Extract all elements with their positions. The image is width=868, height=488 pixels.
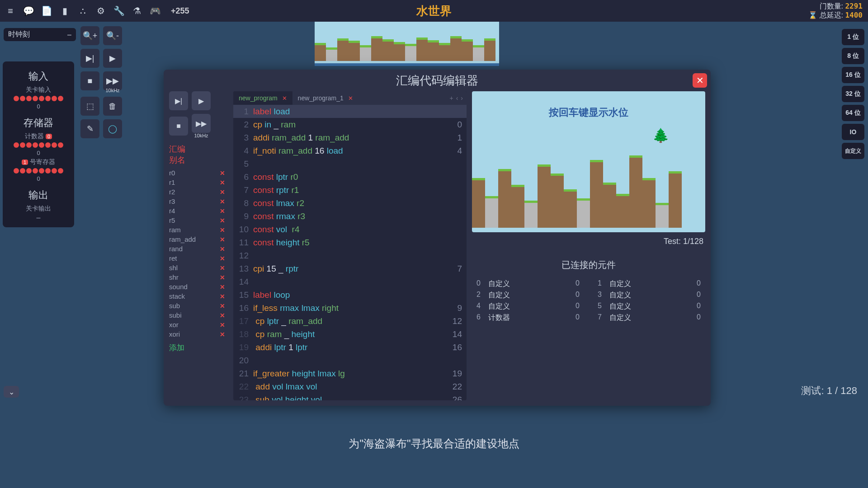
wrench-icon[interactable]: 🔧 bbox=[114, 6, 124, 16]
file-icon[interactable]: 📄 bbox=[42, 6, 52, 16]
bit-16[interactable]: 16 位 bbox=[842, 67, 864, 83]
new-tab-icon[interactable]: + bbox=[449, 94, 453, 102]
play-button[interactable]: ▶ bbox=[103, 49, 122, 68]
alias-ret[interactable]: ret✕ bbox=[169, 254, 228, 262]
chat-icon[interactable]: 💬 bbox=[24, 6, 33, 16]
bit-8[interactable]: 8 位 bbox=[842, 48, 864, 64]
delete-alias-icon[interactable]: ✕ bbox=[220, 293, 225, 300]
modal-play-button[interactable]: ▶ bbox=[192, 91, 211, 110]
zoom-out-button[interactable]: 🔍- bbox=[103, 26, 122, 45]
controller-icon[interactable]: 🎮 bbox=[150, 6, 160, 16]
alias-stack[interactable]: stack✕ bbox=[169, 292, 228, 300]
select-button[interactable]: ⬚ bbox=[80, 97, 99, 116]
code-line[interactable]: 18 cp ram _ height14 bbox=[233, 328, 467, 341]
delete-alias-icon[interactable]: ✕ bbox=[220, 302, 225, 310]
delete-alias-icon[interactable]: ✕ bbox=[220, 188, 225, 196]
alias-sub[interactable]: sub✕ bbox=[169, 302, 228, 310]
modal-step-button[interactable]: ▶| bbox=[169, 91, 188, 110]
code-line[interactable]: 14 bbox=[233, 275, 467, 288]
tab-0[interactable]: new_program✕ bbox=[233, 91, 292, 105]
delete-alias-icon[interactable]: ✕ bbox=[220, 169, 225, 177]
delete-alias-icon[interactable]: ✕ bbox=[220, 274, 225, 281]
delete-alias-icon[interactable]: ✕ bbox=[220, 312, 225, 319]
alias-r0[interactable]: r0✕ bbox=[169, 169, 228, 177]
alias-subi[interactable]: subi✕ bbox=[169, 311, 228, 319]
menu-icon[interactable]: ≡ bbox=[5, 6, 15, 16]
code-lines[interactable]: 1label load2cp in _ ram03addi ram_add 1 … bbox=[233, 105, 467, 400]
expand-chevron[interactable]: ⌄ bbox=[4, 386, 19, 398]
tab-1[interactable]: new_program_1✕ bbox=[292, 91, 359, 105]
stop-button[interactable]: ■ bbox=[80, 71, 99, 90]
alias-xor[interactable]: xor✕ bbox=[169, 321, 228, 328]
code-line[interactable]: 5 bbox=[233, 157, 467, 170]
code-line[interactable]: 8const lmax r2 bbox=[233, 197, 467, 210]
code-line[interactable]: 19 addi lptr 1 lptr16 bbox=[233, 341, 467, 354]
zoom-in-button[interactable]: 🔍+ bbox=[80, 26, 99, 45]
bit-1[interactable]: 1 位 bbox=[842, 29, 864, 45]
bit-32[interactable]: 32 位 bbox=[842, 86, 864, 102]
code-line[interactable]: 15label loop bbox=[233, 288, 467, 301]
modal-ff-button[interactable]: ▶▶ bbox=[192, 114, 211, 133]
alias-sound[interactable]: sound✕ bbox=[169, 283, 228, 291]
code-line[interactable]: 12 bbox=[233, 249, 467, 262]
code-line[interactable]: 11const height r5 bbox=[233, 236, 467, 249]
clock-box[interactable]: 时钟刻 – bbox=[4, 28, 76, 41]
edit-button[interactable]: ✎ bbox=[80, 119, 99, 138]
alias-r4[interactable]: r4✕ bbox=[169, 207, 228, 215]
close-button[interactable]: ✕ bbox=[693, 73, 707, 88]
add-alias-button[interactable]: 添加 bbox=[169, 343, 228, 353]
bit-custom[interactable]: 自定义 bbox=[842, 143, 864, 159]
modal-stop-button[interactable]: ■ bbox=[169, 117, 188, 136]
delete-alias-icon[interactable]: ✕ bbox=[220, 236, 225, 243]
code-line[interactable]: 3addi ram_add 1 ram_add1 bbox=[233, 131, 467, 144]
flask-icon[interactable]: ⚗ bbox=[132, 6, 142, 16]
delete-alias-icon[interactable]: ✕ bbox=[220, 264, 225, 272]
code-line[interactable]: 4if_noti ram_add 16 load4 bbox=[233, 144, 467, 157]
code-line[interactable]: 9const rmax r3 bbox=[233, 210, 467, 223]
bit-io[interactable]: IO bbox=[842, 124, 864, 140]
delete-alias-icon[interactable]: ✕ bbox=[220, 217, 225, 224]
alias-rand[interactable]: rand✕ bbox=[169, 245, 228, 253]
step-button[interactable]: ▶| bbox=[80, 49, 99, 68]
alias-r5[interactable]: r5✕ bbox=[169, 216, 228, 224]
alias-ram[interactable]: ram✕ bbox=[169, 226, 228, 234]
alias-r1[interactable]: r1✕ bbox=[169, 178, 228, 186]
code-line[interactable]: 16if_less rmax lmax right9 bbox=[233, 301, 467, 314]
close-tab-icon[interactable]: ✕ bbox=[282, 95, 287, 102]
delete-alias-icon[interactable]: ✕ bbox=[220, 321, 225, 328]
delete-alias-icon[interactable]: ✕ bbox=[220, 179, 225, 186]
delete-alias-icon[interactable]: ✕ bbox=[220, 331, 225, 338]
delete-alias-icon[interactable]: ✕ bbox=[220, 283, 225, 291]
gear-icon[interactable]: ⚙ bbox=[96, 6, 106, 16]
book-icon[interactable]: ▮ bbox=[60, 6, 70, 16]
alias-r2[interactable]: r2✕ bbox=[169, 188, 228, 196]
clock-collapse-icon[interactable]: – bbox=[67, 31, 71, 39]
delete-alias-icon[interactable]: ✕ bbox=[220, 207, 225, 215]
prev-tab-icon[interactable]: ‹ bbox=[456, 94, 458, 102]
alias-shr[interactable]: shr✕ bbox=[169, 273, 228, 281]
alias-shl[interactable]: shl✕ bbox=[169, 264, 228, 272]
sitemap-icon[interactable]: ⛬ bbox=[78, 6, 88, 16]
bit-64[interactable]: 64 位 bbox=[842, 105, 864, 121]
code-line[interactable]: 22 add vol lmax vol22 bbox=[233, 380, 467, 393]
code-line[interactable]: 1label load bbox=[233, 105, 467, 118]
code-line[interactable]: 23 sub vol height vol26 bbox=[233, 393, 467, 400]
code-line[interactable]: 17 cp lptr _ ram_add12 bbox=[233, 314, 467, 328]
code-line[interactable]: 13cpi 15 _ rptr7 bbox=[233, 262, 467, 275]
refresh-button[interactable]: ◯ bbox=[103, 119, 122, 138]
code-line[interactable]: 6const lptr r0 bbox=[233, 170, 467, 183]
code-line[interactable]: 10const vol r4 bbox=[233, 223, 467, 236]
delete-alias-icon[interactable]: ✕ bbox=[220, 245, 225, 253]
alias-ram_add[interactable]: ram_add✕ bbox=[169, 235, 228, 243]
delete-alias-icon[interactable]: ✕ bbox=[220, 198, 225, 205]
code-line[interactable]: 20 bbox=[233, 354, 467, 367]
next-tab-icon[interactable]: › bbox=[461, 94, 463, 102]
close-tab-icon[interactable]: ✕ bbox=[348, 95, 353, 102]
delete-button[interactable]: 🗑 bbox=[103, 97, 122, 116]
alias-xori[interactable]: xori✕ bbox=[169, 330, 228, 338]
alias-r3[interactable]: r3✕ bbox=[169, 197, 228, 205]
code-line[interactable]: 21if_greater height lmax lg19 bbox=[233, 367, 467, 380]
more-count[interactable]: +255 bbox=[171, 6, 189, 16]
code-line[interactable]: 2cp in _ ram0 bbox=[233, 118, 467, 131]
code-line[interactable]: 7const rptr r1 bbox=[233, 183, 467, 197]
